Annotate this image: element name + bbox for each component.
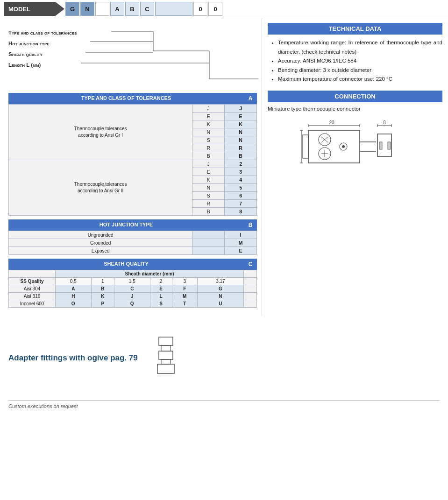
a304-g: G (197, 285, 243, 293)
inconel-label: Inconel 600 (9, 300, 56, 308)
model-cell-sep1 (95, 2, 109, 16)
tech-bullet-4: Maximum temperature of connector use: 22… (278, 75, 442, 84)
right-column: TECHNICAL DATA Temperature working range… (262, 18, 448, 316)
inc-s: S (150, 300, 172, 308)
model-label: MODEL (4, 2, 64, 16)
fitting-svg (152, 335, 180, 381)
d15: 1.5 (114, 278, 150, 285)
a316-k: K (91, 293, 114, 300)
letter-j2: J (192, 160, 225, 168)
letter-r2: R (192, 200, 225, 208)
inc-u: U (197, 300, 243, 308)
grounded-label: Grounded (9, 239, 192, 247)
code-b1: B (225, 152, 257, 160)
table-row: SS Quality 0.5 1 1.5 2 3 3.17 (9, 278, 257, 285)
d3: 3 (172, 278, 197, 285)
svg-rect-9 (303, 135, 308, 158)
svg-text:16.5: 16.5 (299, 144, 300, 154)
letter-s2: S (192, 192, 225, 200)
hot-junction-code-header: B (244, 219, 257, 231)
code-e2: 3 (225, 168, 257, 176)
code-r1: R (225, 144, 257, 152)
inc-p: P (91, 300, 114, 308)
tolerance-table-wrapper: TYPE AND CLASS OF TOLERANCES A Thermocou… (8, 93, 257, 216)
svg-rect-37 (159, 351, 173, 359)
svg-rect-22 (388, 142, 391, 149)
letter-k2: K (192, 176, 225, 184)
svg-rect-36 (161, 345, 171, 351)
diagram-svg (8, 23, 261, 88)
tech-bullet-1: Temperature working range: In reference … (278, 38, 442, 56)
exposed-code (192, 247, 225, 255)
fitting-diagram (152, 335, 180, 381)
sheath-code-header: C (244, 259, 257, 270)
a304-e: E (150, 285, 172, 293)
code-s2: 6 (225, 192, 257, 200)
letter-s1: S (192, 136, 225, 144)
inc-t: T (172, 300, 197, 308)
diagram-section: Type and class of tolerances Hot junctio… (8, 23, 257, 88)
tolerance-table: Thermocouple,tolerancesaccording to Ansi… (8, 104, 257, 216)
table-row: Aisi 316 H K J L M N (9, 293, 257, 300)
svg-text:8: 8 (383, 120, 386, 125)
code-k2: 4 (225, 176, 257, 184)
letter-n2: N (192, 184, 225, 192)
letter-n1: N (192, 128, 225, 136)
d317: 3.17 (197, 278, 243, 285)
code-r2: 7 (225, 200, 257, 208)
inc-o: O (56, 300, 92, 308)
ss-quality-label: SS Quality (9, 278, 56, 285)
connection-header: CONNECTION (268, 91, 442, 102)
code-j1: J (225, 105, 257, 113)
tech-bullet-2: Accuracy: ANSI MC96.1/IEC 584 (278, 56, 442, 66)
connector-diagram: 20 8 16.5 (268, 116, 442, 172)
table-row: Thermocouple,tolerancesaccording to Ansi… (9, 160, 257, 168)
hot-junction-header: HOT JUNCTION TYPE (8, 219, 244, 231)
group1-label: Thermocouple,tolerancesaccording to Ansi… (9, 105, 192, 160)
connection-text: Miniature type thermocouple connector (268, 106, 442, 112)
bottom-section: Adapter fittings with ogive pag. 79 (0, 316, 448, 386)
letter-e1: E (192, 113, 225, 120)
a304-f: F (172, 285, 197, 293)
code-n1: N (225, 128, 257, 136)
svg-rect-39 (157, 364, 174, 373)
a316-l: L (150, 293, 172, 300)
svg-rect-21 (379, 142, 382, 149)
hot-junction-table: Ungrounded I Grounded M Exposed E (8, 231, 257, 255)
letter-j1: J (192, 105, 225, 113)
exposed-code-val: E (225, 247, 257, 255)
svg-rect-35 (159, 337, 173, 345)
a304-c: C (114, 285, 150, 293)
svg-rect-8 (308, 130, 360, 163)
sheath-header: SHEATH QUALITY (8, 259, 244, 270)
code-j2: 2 (225, 160, 257, 168)
model-cell-0a: 0 (193, 2, 207, 16)
table-row: Ungrounded I (9, 231, 257, 239)
a316-h: H (56, 293, 92, 300)
model-cell-g: G (65, 2, 79, 16)
a304-b: B (91, 285, 114, 293)
code-s1: N (225, 136, 257, 144)
code-k1: K (225, 120, 257, 128)
model-cell-c: C (140, 2, 154, 16)
svg-text:20: 20 (329, 120, 334, 125)
letter-r1: R (192, 144, 225, 152)
a304-a: A (56, 285, 92, 293)
diameter-label: Sheath diameter (mm) (56, 270, 244, 278)
letter-b2: B (192, 208, 225, 216)
ungrounded-label: Ungrounded (9, 231, 192, 239)
sheath-table: Sheath diameter (mm) SS Quality 0.5 1 1.… (8, 270, 257, 308)
technical-data-list: Temperature working range: In reference … (268, 38, 442, 84)
table-row: Grounded M (9, 239, 257, 247)
model-row: MODEL G N A B C 0 0 (0, 0, 448, 18)
letter-e2: E (192, 168, 225, 176)
grounded-code (192, 239, 225, 247)
d05: 0.5 (56, 278, 92, 285)
table-row: Aisi 304 A B C E F G (9, 285, 257, 293)
table-row: Sheath diameter (mm) (9, 270, 257, 278)
d2: 2 (150, 278, 172, 285)
adapter-title: Adapter fittings with ogive pag. 79 (8, 353, 138, 363)
svg-rect-38 (161, 359, 171, 364)
inc-q: Q (114, 300, 150, 308)
main-layout: Type and class of tolerances Hot junctio… (0, 18, 448, 316)
